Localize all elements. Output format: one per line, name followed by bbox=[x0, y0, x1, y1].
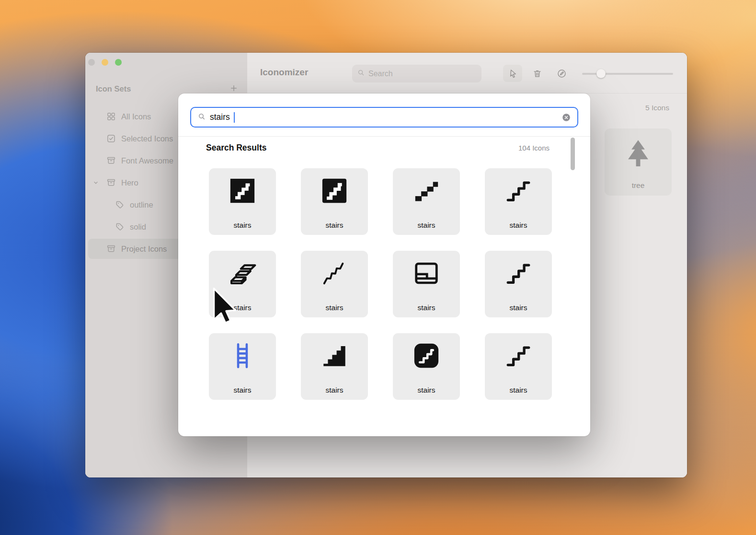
icon-result-3[interactable]: stairs bbox=[485, 168, 552, 235]
stairs-blocks-icon bbox=[412, 177, 440, 205]
tag-icon bbox=[115, 222, 125, 232]
results-count: 104 Icons bbox=[518, 144, 550, 152]
checkbox-icon bbox=[106, 134, 116, 143]
icon-result-label: stairs bbox=[325, 221, 343, 230]
sidebar-item-label: outline bbox=[130, 200, 153, 209]
modal-search-value: stairs bbox=[210, 112, 230, 122]
zoom-slider[interactable] bbox=[582, 73, 673, 75]
grid-icon bbox=[106, 112, 116, 121]
app-title: Iconomizer bbox=[260, 67, 308, 78]
toolbar: Iconomizer Search bbox=[247, 53, 687, 93]
icon-result-8[interactable]: stairs bbox=[209, 333, 276, 400]
stairs-line-icon bbox=[504, 177, 532, 205]
toolbar-search-field[interactable]: Search bbox=[352, 65, 481, 82]
sidebar-header: Icon Sets bbox=[96, 84, 131, 93]
search-icon bbox=[357, 69, 365, 79]
ladder-icon bbox=[229, 342, 256, 370]
sidebar-item-label: solid bbox=[130, 222, 146, 232]
chevron-down-icon[interactable] bbox=[92, 179, 100, 186]
zoom-window-button[interactable] bbox=[115, 59, 122, 66]
icon-result-2[interactable]: stairs bbox=[393, 168, 460, 235]
icon-result-label: stairs bbox=[233, 221, 251, 230]
icon-result-label: stairs bbox=[509, 303, 527, 312]
icon-result-label: stairs bbox=[417, 386, 435, 395]
text-caret bbox=[234, 112, 235, 123]
modal-search-input[interactable]: stairs bbox=[190, 107, 578, 128]
icon-result-label: stairs bbox=[509, 386, 527, 395]
icon-result-6[interactable]: stairs bbox=[393, 251, 460, 317]
results-title: Search Results bbox=[206, 143, 266, 153]
minimize-window-button[interactable] bbox=[102, 59, 108, 66]
pen-circle-icon bbox=[557, 69, 567, 79]
cursor-icon bbox=[508, 69, 518, 79]
stairs-line-icon bbox=[504, 342, 532, 370]
search-placeholder: Search bbox=[368, 70, 393, 78]
sidebar-item-label: Font Awesome bbox=[121, 156, 173, 165]
icon-result-label: stairs bbox=[325, 386, 343, 395]
clear-search-button[interactable] bbox=[561, 113, 571, 122]
icon-result-9[interactable]: stairs bbox=[301, 333, 368, 400]
icon-result-1[interactable]: stairs bbox=[301, 168, 368, 235]
desktop: Icon Sets All IconsSelected IconsFont Aw… bbox=[0, 0, 756, 535]
search-icon bbox=[197, 112, 206, 123]
tree-icon bbox=[620, 136, 656, 173]
icon-search-dialog: stairs Search Results 104 Icons stairsst… bbox=[178, 93, 590, 436]
sidebar-item-label: Project Icons bbox=[121, 244, 167, 254]
icon-result-7[interactable]: stairs bbox=[485, 251, 552, 317]
icon-result-label: stairs bbox=[325, 303, 343, 312]
stairs-square-solid-icon bbox=[229, 177, 256, 205]
trash-icon bbox=[532, 69, 542, 79]
box-icon bbox=[106, 178, 116, 187]
zoom-slider-thumb[interactable] bbox=[596, 69, 606, 78]
stairs-zigzag-icon bbox=[321, 259, 348, 287]
box-icon bbox=[106, 244, 116, 254]
icon-count-label: 5 Icons bbox=[645, 104, 669, 112]
collection-icons: tree bbox=[605, 128, 672, 196]
sidebar-item-label: Hero bbox=[121, 178, 138, 187]
box-icon bbox=[106, 156, 116, 165]
stairs-square-solid-2-icon bbox=[321, 177, 348, 205]
icon-result-label: stairs bbox=[233, 303, 251, 312]
scrollbar-thumb[interactable] bbox=[571, 138, 575, 170]
dialog-footer: Cancel Add Selected bbox=[178, 410, 590, 436]
close-window-button[interactable] bbox=[88, 59, 95, 66]
stairs-rounded-square-icon bbox=[412, 342, 440, 370]
window-controls bbox=[88, 59, 122, 66]
sidebar-item-label: All Icons bbox=[121, 112, 151, 121]
icon-result-4[interactable]: stairs bbox=[209, 251, 276, 317]
tag-icon bbox=[115, 200, 125, 209]
stairs-3d-icon bbox=[229, 259, 256, 287]
icon-result-label: stairs bbox=[233, 386, 251, 395]
icon-result-10[interactable]: stairs bbox=[393, 333, 460, 400]
stairs-solid-fill-icon bbox=[321, 342, 348, 370]
select-tool-button[interactable] bbox=[503, 65, 522, 82]
results-grid: stairsstairsstairsstairsstairsstairsstai… bbox=[209, 168, 552, 400]
collection-icon-tree[interactable]: tree bbox=[605, 128, 672, 196]
icon-result-11[interactable]: stairs bbox=[485, 333, 552, 400]
delete-tool-button[interactable] bbox=[527, 65, 547, 82]
icon-result-label: stairs bbox=[509, 221, 527, 230]
sidebar-item-label: Selected Icons bbox=[121, 134, 173, 143]
toolbar-buttons bbox=[503, 65, 571, 82]
icon-result-0[interactable]: stairs bbox=[209, 168, 276, 235]
icon-result-label: stairs bbox=[417, 221, 435, 230]
stairs-line-icon bbox=[504, 259, 532, 287]
collection-icon-label: tree bbox=[632, 181, 645, 190]
stairs-frame-icon bbox=[412, 259, 440, 287]
divider bbox=[178, 136, 590, 137]
icon-result-label: stairs bbox=[417, 303, 435, 312]
icon-result-5[interactable]: stairs bbox=[301, 251, 368, 317]
annotate-tool-button[interactable] bbox=[552, 65, 571, 82]
